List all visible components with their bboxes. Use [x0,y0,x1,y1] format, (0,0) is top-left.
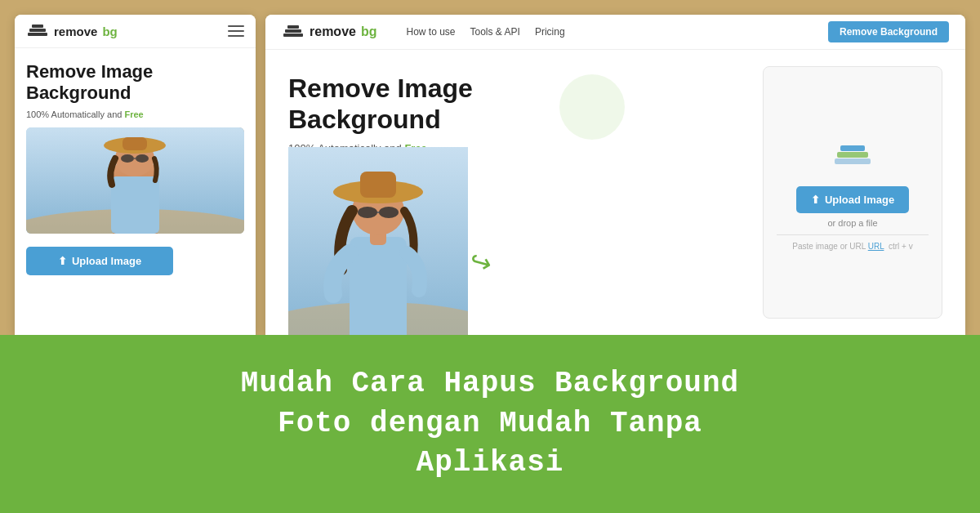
desktop-logo-bg: bg [361,25,377,39]
svg-rect-27 [837,152,868,158]
deco-circle-1 [559,74,625,140]
svg-rect-1 [29,29,46,32]
paste-url-link[interactable]: URL [868,242,884,251]
desktop-upload-button[interactable]: ⬆ Upload Image [796,186,909,213]
mobile-logo: removebg [26,23,118,39]
svg-rect-15 [287,25,299,29]
mobile-header: removebg [15,15,256,48]
arrow-decoration: ↪ [466,244,496,280]
desktop-hero-title: Remove Image Background [288,73,763,136]
removebg-logo-icon [26,23,49,39]
nav-pricing[interactable]: Pricing [535,26,565,38]
svg-rect-6 [111,176,159,234]
paste-text: Paste image or URL URL ctrl + v [777,234,929,251]
svg-point-11 [136,154,149,163]
desktop-left-col: Remove Image Background 100% Automatical… [288,66,763,319]
svg-rect-22 [360,172,396,198]
drop-text: or drop a file [827,218,877,228]
mobile-hero-image [26,127,244,234]
svg-rect-26 [835,158,871,164]
upload-icon-mobile: ⬆ [58,255,67,267]
svg-rect-9 [122,137,147,150]
mobile-hero-title: Remove Image Background [26,61,244,105]
svg-rect-0 [28,33,47,36]
desktop-content: Remove Image Background 100% Automatical… [265,50,965,335]
nav-links: How to use Tools & API Pricing [406,26,808,38]
svg-rect-13 [283,33,303,37]
mobile-logo-bg: bg [102,25,117,38]
desktop-nav: removebg How to use Tools & API Pricing … [265,15,965,50]
bottom-banner: Mudah Cara Hapus Background Foto dengan … [0,335,980,513]
upload-box-icon [832,141,873,173]
upload-dropzone[interactable]: ⬆ Upload Image or drop a file Paste imag… [763,66,942,319]
nav-remove-bg-button[interactable]: Remove Background [828,21,949,42]
top-section: removebg Remove Image Background 100% Au… [0,0,980,335]
mobile-content: Remove Image Background 100% Automatical… [15,48,256,335]
svg-rect-14 [285,29,301,33]
mobile-logo-remove: remove [54,25,97,38]
svg-rect-2 [32,25,43,28]
desktop-logo-remove: remove [310,25,356,39]
svg-rect-28 [840,145,865,151]
desktop-hero-image [288,147,468,335]
upload-icon-desktop: ⬆ [811,194,820,206]
svg-point-24 [379,207,399,218]
nav-how-to-use[interactable]: How to use [406,26,455,38]
desktop-panel: removebg How to use Tools & API Pricing … [265,15,965,335]
page-wrapper: removebg Remove Image Background 100% Au… [0,0,980,513]
mobile-upload-button[interactable]: ⬆ Upload Image [26,247,173,275]
nav-tools-api[interactable]: Tools & API [470,26,520,38]
hamburger-menu[interactable] [228,25,244,37]
mobile-panel: removebg Remove Image Background 100% Au… [15,15,256,335]
banner-text: Mudah Cara Hapus Background Foto dengan … [241,364,739,484]
desktop-logo-icon [282,24,305,40]
mobile-subtitle: 100% Automatically and Free [26,109,244,119]
svg-point-10 [121,154,134,163]
svg-point-23 [358,207,377,218]
desktop-logo: removebg [282,24,376,40]
